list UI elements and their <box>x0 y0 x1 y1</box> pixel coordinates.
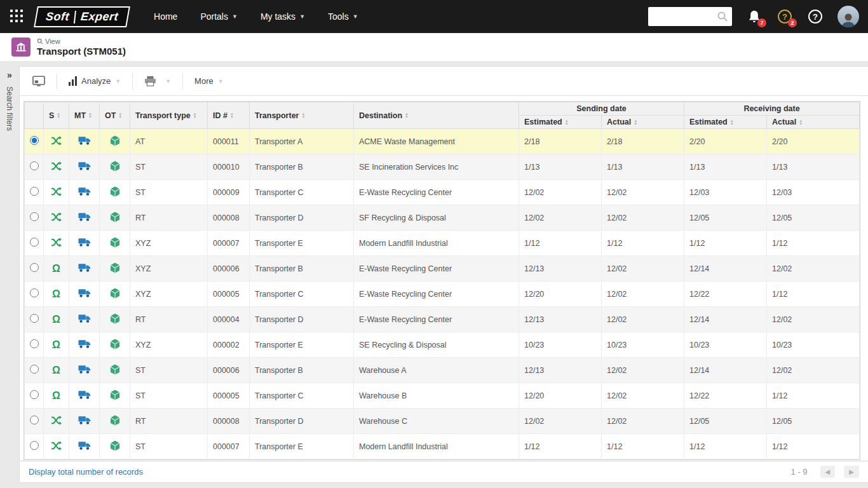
display-total-records-link[interactable]: Display total number of records <box>29 467 143 477</box>
nav-home[interactable]: Home <box>145 6 186 27</box>
sending-actual-cell: 12/02 <box>602 383 684 409</box>
table-row[interactable]: RT 000008 Transporter D Warehouse C 12/0… <box>25 409 860 434</box>
nav-portals[interactable]: Portals▼ <box>191 6 247 27</box>
activities-coin-icon[interactable]: ? 2 <box>776 8 793 25</box>
row-select-radio[interactable] <box>30 416 39 424</box>
transport-type-cell: XYZ <box>130 281 208 307</box>
receiving-estimated-cell: 1/12 <box>684 434 767 459</box>
toolbar-separator <box>57 73 57 90</box>
row-select-radio[interactable] <box>30 187 39 196</box>
transit-status-icon <box>51 161 62 171</box>
status-cell <box>44 205 69 231</box>
row-select-radio[interactable] <box>30 314 39 323</box>
next-page-button[interactable]: ▶ <box>844 466 859 478</box>
top-bar: Soft Expert Home Portals▼ My tasks▼ Tool… <box>0 0 868 33</box>
table-row[interactable]: Ω XYZ 000002 Transporter E SE Recycling … <box>25 332 860 358</box>
table-row[interactable]: Ω XYZ 000006 Transporter B E-Waste Recyc… <box>25 256 860 281</box>
table-row[interactable]: ST 000010 Transporter B SE Incineration … <box>25 154 860 180</box>
more-button[interactable]: More ▼ <box>188 72 230 90</box>
analyze-button[interactable]: Analyze ▼ <box>62 72 127 90</box>
row-select-radio[interactable] <box>30 288 39 297</box>
display-view-button[interactable] <box>26 71 51 91</box>
logo-text-soft: Soft <box>45 10 70 24</box>
receiving-estimated-cell: 12/03 <box>684 180 767 205</box>
search-icon[interactable] <box>717 11 728 25</box>
results-table-area: S▲▼ MT▲▼ OT▲▼ Transport type▲▼ ID #▲▼ Tr… <box>20 96 868 461</box>
previous-page-button[interactable]: ◀ <box>820 466 836 478</box>
transporter-cell: Transporter D <box>250 307 354 332</box>
table-row[interactable]: Ω ST 000006 Transporter B Warehouse A 12… <box>25 358 860 383</box>
notifications-bell-icon[interactable]: 7 <box>746 8 763 25</box>
id-column-header[interactable]: ID #▲▼ <box>208 102 250 129</box>
transporter-column-header[interactable]: Transporter▲▼ <box>250 102 354 129</box>
table-row[interactable]: ST 000007 Transporter E Modern Landfill … <box>25 434 860 459</box>
row-select-radio[interactable] <box>30 161 39 170</box>
nav-my-tasks[interactable]: My tasks▼ <box>252 6 314 27</box>
softexpert-logo[interactable]: Soft Expert <box>34 6 130 27</box>
sort-icon: ▲▼ <box>118 112 122 119</box>
toolbar-separator <box>132 73 133 90</box>
nav-tools[interactable]: Tools▼ <box>319 6 367 27</box>
table-row[interactable]: Ω XYZ 000005 Transporter C E-Waste Recyc… <box>25 281 860 307</box>
transport-type-cell: ST <box>130 434 208 459</box>
row-select-radio[interactable] <box>30 441 39 450</box>
row-select-radio[interactable] <box>30 212 39 221</box>
destination-cell: E-Waste Recycling Center <box>354 281 519 307</box>
sort-icon: ▲▼ <box>230 112 234 119</box>
page-title: Transport (STM051) <box>37 46 126 57</box>
print-button[interactable] <box>138 71 163 91</box>
row-select-radio[interactable] <box>30 136 39 145</box>
help-icon[interactable]: ? <box>807 8 824 25</box>
row-select-radio[interactable] <box>30 263 39 272</box>
package-icon <box>110 262 120 273</box>
id-cell: 000005 <box>208 383 250 409</box>
receiving-estimated-cell: 1/12 <box>684 231 767 256</box>
global-search <box>648 7 732 26</box>
status-column-header[interactable]: S▲▼ <box>44 102 69 129</box>
transporter-cell: Transporter C <box>250 383 354 409</box>
sending-estimated-cell: 12/20 <box>519 383 602 409</box>
receiving-estimated-cell: 12/14 <box>684 358 767 383</box>
destination-cell: E-Waste Recycling Center <box>354 256 519 281</box>
sending-estimated-cell: 10/23 <box>519 332 602 358</box>
table-row[interactable]: AT 000011 Transporter A ACME Waste Manag… <box>25 129 860 154</box>
status-cell: Ω <box>44 256 69 281</box>
status-cell <box>44 434 69 459</box>
expand-filters-button[interactable]: » <box>7 70 12 80</box>
id-cell: 000006 <box>208 358 250 383</box>
table-row[interactable]: Ω ST 000005 Transporter C Warehouse B 12… <box>25 383 860 409</box>
row-select-radio[interactable] <box>30 365 39 374</box>
user-avatar[interactable] <box>837 6 859 27</box>
sending-actual-header[interactable]: Actual▲▼ <box>602 116 684 129</box>
sending-estimated-header[interactable]: Estimated▲▼ <box>519 116 602 129</box>
receiving-estimated-header[interactable]: Estimated▲▼ <box>684 116 767 129</box>
ot-column-header[interactable]: OT▲▼ <box>100 102 130 129</box>
status-cell <box>44 154 69 180</box>
transporter-cell: Transporter E <box>250 434 354 459</box>
receiving-actual-cell: 12/05 <box>767 205 860 231</box>
apps-grid-icon[interactable] <box>9 8 25 25</box>
id-cell: 000006 <box>208 256 250 281</box>
print-options-button[interactable]: ▼ <box>164 74 177 89</box>
activities-badge: 2 <box>788 18 797 27</box>
sending-actual-cell: 12/02 <box>602 256 684 281</box>
transport-type-column-header[interactable]: Transport type▲▼ <box>130 102 208 129</box>
transport-type-cell: RT <box>130 205 208 231</box>
row-select-radio[interactable] <box>30 238 39 247</box>
table-row[interactable]: Ω RT 000004 Transporter D E-Waste Recycl… <box>25 307 860 332</box>
table-row[interactable]: RT 000008 Transporter D SF Recycling & D… <box>25 205 860 231</box>
transport-type-cell: ST <box>130 383 208 409</box>
id-cell: 000007 <box>208 231 250 256</box>
mt-column-header[interactable]: MT▲▼ <box>69 102 100 129</box>
table-row[interactable]: XYZ 000007 Transporter E Modern Landfill… <box>25 231 860 256</box>
package-icon <box>110 313 120 324</box>
sending-estimated-cell: 12/02 <box>519 409 602 434</box>
destination-column-header[interactable]: Destination▲▼ <box>354 102 519 129</box>
receiving-actual-header[interactable]: Actual▲▼ <box>767 116 860 129</box>
package-icon <box>110 288 120 299</box>
row-select-radio[interactable] <box>30 390 39 399</box>
package-icon <box>110 364 120 375</box>
table-row[interactable]: ST 000009 Transporter C E-Waste Recyclin… <box>25 180 860 205</box>
row-select-radio[interactable] <box>30 339 39 348</box>
sending-actual-cell: 1/12 <box>602 434 684 459</box>
